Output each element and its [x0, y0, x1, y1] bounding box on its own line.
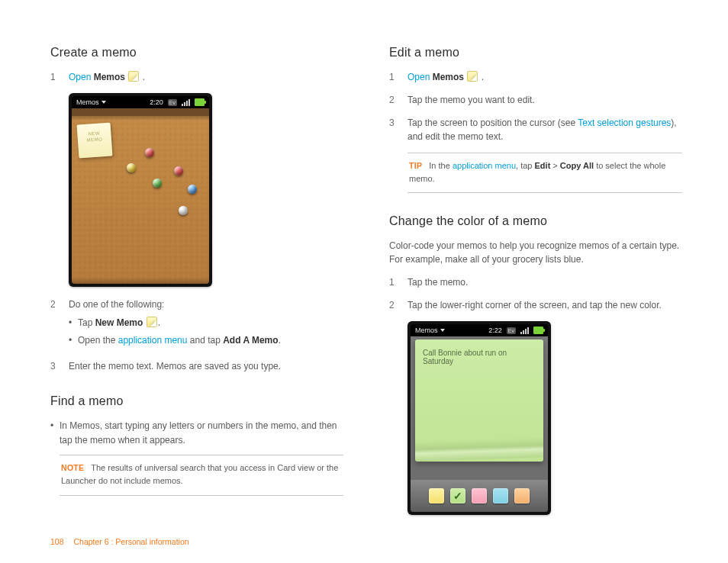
screenshot-memos-corkboard: Memos 2:20 Ev NEW MEMO — [69, 93, 212, 287]
edit-steps: 1 Open Memos . 2 Tap the memo you want t… — [389, 70, 682, 143]
memo-text: Call Bonnie about run on Saturday — [423, 349, 507, 365]
note-callout: NOTE The results of universal search tha… — [60, 455, 343, 495]
color-swatch-yellow[interactable] — [429, 488, 444, 503]
application-menu-link[interactable]: application menu — [118, 335, 188, 346]
punct: . — [158, 317, 160, 328]
status-app: Memos — [415, 327, 445, 334]
section-change-color: Change the color of a memo Color-code yo… — [389, 214, 682, 515]
step-body: Open Memos . — [407, 70, 682, 84]
copy-all-label: Copy All — [560, 161, 594, 170]
text — [143, 317, 145, 328]
new-memo-label: New Memo — [95, 317, 143, 328]
step-body: Tap the screen to position the cursor (s… — [407, 116, 682, 143]
step2-options: Tap New Memo . Open the application menu… — [69, 316, 343, 347]
right-column: Edit a memo 1 Open Memos . 2 Tap the — [389, 46, 682, 532]
step-body: Do one of the following: Tap New Memo . … — [69, 298, 343, 350]
chapter-label: Chapter 6 : Personal information — [73, 537, 188, 546]
step-number: 1 — [389, 275, 397, 289]
battery-icon — [533, 327, 543, 334]
text: In the — [429, 161, 453, 170]
section-find-memo: Find a memo In Memos, start typing any l… — [50, 394, 343, 495]
status-time: 2:22 — [488, 327, 502, 334]
status-app-label: Memos — [76, 98, 99, 106]
memos-app-icon — [128, 71, 139, 82]
find-bullet: In Memos, start typing any letters or nu… — [50, 419, 343, 447]
add-a-memo-label: Add A Memo — [223, 335, 278, 346]
new-memo-icon — [147, 317, 157, 327]
application-menu-link[interactable]: application menu — [453, 161, 516, 170]
edit-step-1: 1 Open Memos . — [389, 70, 682, 84]
manual-page: Create a memo 1 Open Memos . — [0, 0, 728, 563]
edit-label: Edit — [535, 161, 551, 170]
color-swatch-pink[interactable] — [472, 488, 487, 503]
step-number: 1 — [389, 70, 397, 84]
battery-icon — [195, 98, 205, 106]
color-swatch-green[interactable] — [450, 488, 465, 503]
status-time: 2:20 — [150, 98, 163, 106]
memos-app-name: Memos — [94, 72, 125, 82]
section-create-memo: Create a memo 1 Open Memos . — [50, 46, 343, 373]
separator: > — [550, 161, 560, 170]
open-link[interactable]: Open — [69, 72, 91, 82]
screen: NEW MEMO — [72, 108, 209, 284]
memo-note: Call Bonnie about run on Saturday — [415, 339, 543, 462]
pushpin-icon — [145, 148, 154, 157]
create-step-2: 2 Do one of the following: Tap New Memo … — [50, 298, 343, 350]
step2-intro: Do one of the following: — [69, 299, 164, 310]
color-swatch-blue[interactable] — [493, 488, 508, 503]
heading-edit-memo: Edit a memo — [389, 46, 682, 60]
create-step-3: 3 Enter the memo text. Memos are saved a… — [50, 359, 343, 373]
open-link[interactable]: Open — [407, 72, 430, 82]
edit-step-3: 3 Tap the screen to position the cursor … — [389, 116, 682, 143]
text: and tap — [187, 335, 223, 346]
page-number: 108 — [50, 537, 64, 546]
signal-icon — [520, 327, 529, 334]
pushpin-icon — [153, 179, 162, 188]
heading-find-memo: Find a memo — [50, 394, 343, 408]
color-step-2: 2 Tap the lower-right corner of the scre… — [389, 298, 682, 312]
status-app-label: Memos — [415, 327, 438, 334]
step-number: 2 — [389, 298, 397, 312]
edit-step-2: 2 Tap the memo you want to edit. — [389, 93, 682, 107]
memo-page-curl — [415, 437, 543, 462]
step-body: Tap the lower-right corner of the screen… — [407, 298, 682, 312]
step2-option-a: Tap New Memo . — [69, 316, 343, 330]
screenshot-memo-color: Memos 2:22 Ev Call Bonnie about run on S… — [407, 321, 551, 515]
punct: . — [279, 335, 281, 346]
color-step-1: 1 Tap the memo. — [389, 275, 682, 289]
section-edit-memo: Edit a memo 1 Open Memos . 2 Tap the — [389, 46, 682, 193]
pushpin-icon — [179, 206, 188, 215]
step-body: Enter the memo text. Memos are saved as … — [69, 359, 343, 373]
left-column: Create a memo 1 Open Memos . — [50, 46, 343, 532]
note-tag: NOTE — [61, 463, 84, 472]
create-steps-cont: 2 Do one of the following: Tap New Memo … — [50, 298, 343, 373]
text: Tap — [78, 317, 95, 328]
color-steps: 1 Tap the memo. 2 Tap the lower-right co… — [389, 275, 682, 312]
tip-callout: TIP In the application menu, tap Edit > … — [407, 153, 682, 193]
step-body: Open Memos . — [69, 70, 343, 84]
pushpin-icon — [174, 166, 183, 175]
find-bullets: In Memos, start typing any letters or nu… — [50, 419, 343, 447]
step-number: 3 — [389, 116, 397, 143]
status-network-badge: Ev — [168, 99, 177, 106]
memos-app-name: Memos — [433, 72, 464, 82]
create-step-1: 1 Open Memos . — [50, 70, 343, 84]
step2-option-b: Open the application menu and tap Add A … — [69, 333, 343, 348]
status-network-badge: Ev — [507, 327, 516, 334]
color-tray — [411, 480, 548, 512]
text-selection-gestures-link[interactable]: Text selection gestures — [578, 117, 671, 128]
note-text: The results of universal search that you… — [61, 463, 338, 485]
create-steps: 1 Open Memos . — [50, 70, 343, 84]
color-intro: Color-code your memos to help you recogn… — [389, 239, 682, 266]
chevron-down-icon — [440, 329, 445, 332]
corkboard: NEW MEMO — [72, 108, 209, 284]
heading-change-color: Change the color of a memo — [389, 214, 682, 228]
step-body: Tap the memo you want to edit. — [407, 93, 682, 107]
memos-app-icon — [467, 71, 478, 82]
page-footer: 108 Chapter 6 : Personal information — [50, 537, 189, 546]
status-bar: Memos 2:20 Ev — [72, 96, 209, 108]
chevron-down-icon — [101, 101, 106, 104]
step-number: 1 — [50, 70, 58, 84]
step-number: 3 — [50, 359, 58, 373]
color-swatch-orange[interactable] — [514, 488, 530, 503]
